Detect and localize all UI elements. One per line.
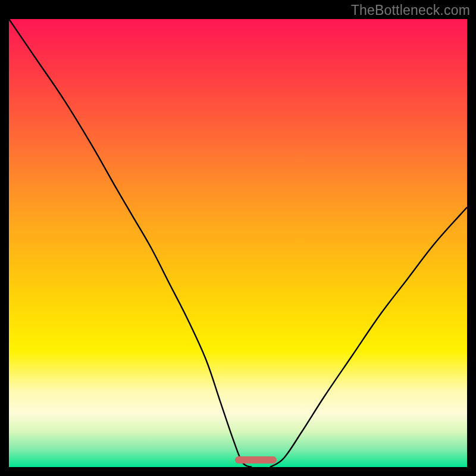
curve-left-branch <box>9 19 252 467</box>
curve-right-branch <box>270 207 467 467</box>
watermark-text: TheBottleneck.com <box>351 2 470 18</box>
minimum-marker <box>235 456 277 464</box>
chart-frame <box>9 19 467 467</box>
bottleneck-curve <box>9 19 467 467</box>
